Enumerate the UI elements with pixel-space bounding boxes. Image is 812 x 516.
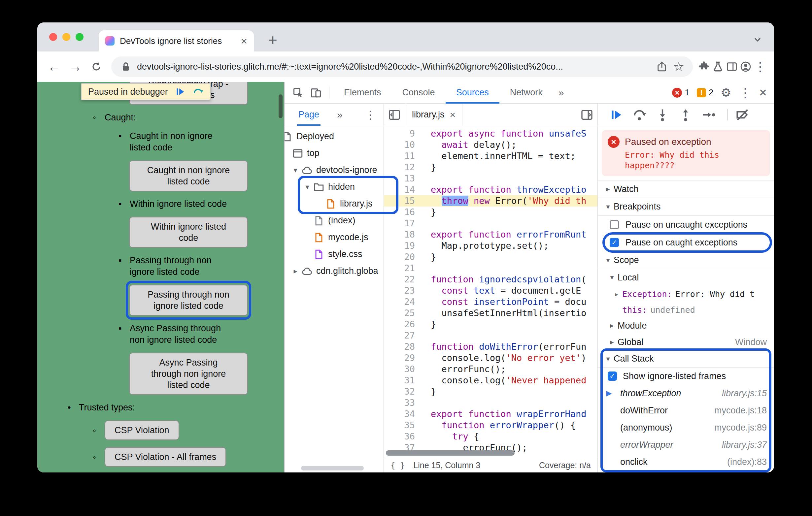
code-line[interactable]: 24 const insertionPoint = docu <box>384 296 598 307</box>
callstack-frame[interactable]: (anonymous)mycode.js:89 <box>598 419 774 436</box>
line-number[interactable]: 14 <box>384 184 423 195</box>
scrollbar-thumb[interactable] <box>386 450 515 456</box>
scope-group-module[interactable]: ▸Module <box>598 317 774 334</box>
navigator-more-chevron[interactable]: » <box>332 109 348 120</box>
code-editor[interactable]: 9export async function unsafeS10 await d… <box>384 126 598 473</box>
page-button[interactable]: Async Passingthrough non ignorelisted co… <box>129 353 248 395</box>
devtools-tab-network[interactable]: Network <box>499 82 553 103</box>
code-line[interactable]: 25 unsafeSetInnerHtml(insertio <box>384 307 598 319</box>
code-line[interactable]: 31 console.log('Never happened <box>384 375 598 386</box>
tree-disclosure-triangle-icon[interactable]: ▾ <box>302 183 313 191</box>
source-tab-close-icon[interactable]: × <box>450 109 456 120</box>
line-number[interactable]: 23 <box>384 285 423 296</box>
devtools-tab-sources[interactable]: Sources <box>445 82 499 103</box>
line-number[interactable]: 11 <box>384 150 423 162</box>
file-tree-item-mycode-js[interactable]: mycode.js <box>285 229 383 246</box>
code-line[interactable]: 19 Map.prototype.set(); <box>384 240 598 251</box>
line-number[interactable]: 21 <box>384 263 423 274</box>
page-button[interactable]: CSP Violation - All frames <box>105 447 226 467</box>
code-line[interactable]: 29 console.log('No error yet') <box>384 352 598 364</box>
line-number[interactable]: 34 <box>384 408 423 420</box>
page-scrollbar[interactable] <box>279 94 283 118</box>
line-number[interactable]: 32 <box>384 386 423 397</box>
line-number[interactable]: 24 <box>384 296 423 307</box>
line-number[interactable]: 12 <box>384 162 423 173</box>
line-number[interactable]: 10 <box>384 139 423 150</box>
profile-avatar-icon[interactable] <box>740 61 752 72</box>
line-number[interactable]: 25 <box>384 307 423 319</box>
code-line[interactable]: 34export function wrapErrorHand <box>384 408 598 420</box>
scope-group-local[interactable]: ▾Local <box>598 269 774 286</box>
page-button[interactable]: Within ignore listedcode <box>129 217 248 248</box>
line-number[interactable]: 17 <box>384 218 423 229</box>
code-line[interactable]: 35 function errorWrapper() { <box>384 420 598 431</box>
bookmark-star-icon[interactable]: ☆ <box>673 60 684 73</box>
step-into-button[interactable] <box>655 108 670 122</box>
disclosure-triangle-icon[interactable]: ▸ <box>602 185 614 193</box>
toggle-navigator-icon[interactable] <box>388 108 401 121</box>
code-line[interactable]: 12} <box>384 162 598 173</box>
editor-horizontal-scrollbar[interactable] <box>384 448 598 458</box>
settings-gear-icon[interactable]: ⚙ <box>721 86 731 100</box>
tree-disclosure-triangle-icon[interactable]: ▾ <box>290 166 301 175</box>
file-tree-item-devtools-ignore[interactable]: ▾devtools-ignore <box>285 162 383 179</box>
disclosure-triangle-icon[interactable]: ▸ <box>606 338 617 346</box>
overlay-step-icon[interactable] <box>193 86 204 97</box>
code-line[interactable]: 23 const text = document.getE <box>384 285 598 296</box>
code-line[interactable]: 32} <box>384 386 598 397</box>
reload-button[interactable] <box>91 61 102 72</box>
source-file-tab[interactable]: library.js × <box>405 103 462 126</box>
code-line[interactable]: 33 <box>384 397 598 408</box>
navigator-scrollbar[interactable] <box>301 466 364 471</box>
step-over-button[interactable] <box>632 108 647 122</box>
scope-group-global[interactable]: ▸GlobalWindow <box>598 334 774 351</box>
line-number[interactable]: 18 <box>384 229 423 240</box>
step-out-button[interactable] <box>678 108 693 122</box>
line-number[interactable]: 36 <box>384 431 423 442</box>
code-line[interactable]: 18export function errorFromRunt <box>384 229 598 240</box>
file-tree-item--index-[interactable]: (index) <box>285 212 383 229</box>
watch-section-header[interactable]: ▸ Watch <box>598 180 774 198</box>
scope-property[interactable]: this:undefined <box>598 302 774 317</box>
breakpoint-row[interactable]: ✓Pause on caught exceptions <box>598 234 774 251</box>
line-number[interactable]: 31 <box>384 375 423 386</box>
file-tree-item-top[interactable]: top <box>285 145 383 162</box>
code-line[interactable]: 30 errorFunc(); <box>384 364 598 375</box>
code-line[interactable]: 16} <box>384 207 598 218</box>
devtools-tab-elements[interactable]: Elements <box>334 82 392 103</box>
line-number[interactable]: 29 <box>384 352 423 364</box>
callstack-frame[interactable]: ▶throwExceptionlibrary.js:15 <box>598 385 774 402</box>
file-tree-item-style-css[interactable]: style.css <box>285 246 383 263</box>
line-number[interactable]: 19 <box>384 240 423 251</box>
toggle-sidebar-icon[interactable] <box>580 108 593 121</box>
page-button[interactable]: Caught in non ignorelisted code <box>129 160 248 191</box>
disclosure-triangle-icon[interactable]: ▾ <box>602 203 614 211</box>
disclosure-triangle-icon[interactable]: ▾ <box>606 273 617 282</box>
line-number[interactable]: 22 <box>384 274 423 285</box>
zoom-window-button[interactable] <box>76 33 84 41</box>
disclosure-triangle-icon[interactable]: ▸ <box>606 321 617 330</box>
side-panel-icon[interactable] <box>726 61 738 72</box>
code-line[interactable]: 36 try { <box>384 431 598 442</box>
back-button[interactable]: ← <box>45 59 64 74</box>
code-line[interactable]: 14export function throwExceptio <box>384 184 598 195</box>
devtools-close-icon[interactable]: × <box>759 85 767 100</box>
line-number[interactable]: 30 <box>384 364 423 375</box>
line-number[interactable]: 28 <box>384 341 423 352</box>
line-number[interactable]: 15 <box>384 195 423 207</box>
checkbox-checked-icon[interactable]: ✓ <box>608 371 617 381</box>
file-tree-item-cdn-glitch-globa[interactable]: ▸cdn.glitch.globa <box>285 263 383 279</box>
file-tree-item-hidden[interactable]: ▾hidden <box>285 179 383 195</box>
code-line[interactable]: 22function ignoredcspviolation( <box>384 274 598 285</box>
minimize-window-button[interactable] <box>62 33 70 41</box>
code-line[interactable]: 9export async function unsafeS <box>384 128 598 139</box>
navigator-kebab-icon[interactable]: ⋮ <box>364 108 377 121</box>
tree-disclosure-triangle-icon[interactable]: ▸ <box>290 267 301 275</box>
file-tree-item-deployed[interactable]: Deployed <box>285 128 383 145</box>
code-line[interactable]: 13 <box>384 173 598 184</box>
code-line[interactable]: 10 await delay(); <box>384 139 598 150</box>
forward-button[interactable]: → <box>66 59 85 74</box>
line-number[interactable]: 33 <box>384 397 423 408</box>
callstack-frame[interactable]: onclick(index):83 <box>598 453 774 471</box>
code-line[interactable]: 11 element.innerHTML = text; <box>384 150 598 162</box>
